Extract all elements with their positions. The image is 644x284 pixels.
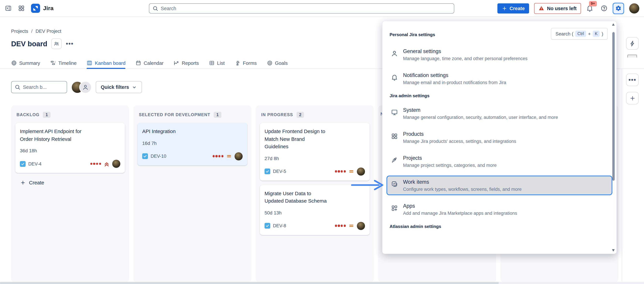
apps-icon bbox=[391, 205, 398, 212]
priority-medium-icon bbox=[348, 168, 354, 175]
assignee-filter-avatars bbox=[72, 82, 91, 93]
task-type-icon bbox=[264, 223, 270, 229]
gear-icon bbox=[615, 5, 622, 12]
tab-summary[interactable]: Summary bbox=[11, 57, 40, 69]
card-key: DEV-10 bbox=[151, 154, 166, 159]
automation-button[interactable] bbox=[626, 37, 638, 50]
card-title: Migrate User Data to Updated Database Sc… bbox=[264, 190, 365, 205]
jira-brand[interactable]: Jira bbox=[31, 4, 54, 13]
work-items-icon bbox=[391, 181, 398, 188]
quick-filters-button[interactable]: Quick filters bbox=[96, 81, 142, 93]
sidebar-toggle-icon bbox=[5, 5, 12, 12]
card-title: Update Frontend Design to Match New Bran… bbox=[264, 128, 365, 151]
scroll-up-arrow-icon bbox=[612, 23, 615, 26]
ellipsis-icon: ••• bbox=[628, 77, 636, 83]
tab-reports[interactable]: Reports bbox=[174, 57, 199, 69]
scrollbar-thumb[interactable] bbox=[612, 32, 615, 181]
column-title: SELECTED FOR DEVELOPMENT bbox=[139, 112, 210, 117]
board-members-button[interactable] bbox=[52, 39, 62, 49]
global-search-input[interactable] bbox=[149, 3, 454, 14]
horizontal-scrollbar-thumb[interactable] bbox=[0, 282, 499, 284]
breadcrumb-projects-link[interactable]: Projects bbox=[11, 28, 28, 34]
tab-kanban-board[interactable]: Kanban board bbox=[87, 57, 126, 69]
card-dev-5[interactable]: Update Frontend Design to Match New Bran… bbox=[260, 123, 370, 181]
person-icon bbox=[82, 84, 89, 90]
card-dev-8[interactable]: Migrate User Data to Updated Database Sc… bbox=[260, 185, 370, 235]
menu-item-projects[interactable]: Projects Manage project settings, catego… bbox=[386, 152, 612, 171]
card-title: API Integration bbox=[142, 128, 243, 135]
notifications-badge: 9+ bbox=[589, 1, 597, 6]
reports-icon bbox=[174, 60, 180, 66]
globe-icon bbox=[11, 60, 17, 66]
menu-scrollbar[interactable] bbox=[612, 23, 615, 252]
assignee-avatar bbox=[357, 167, 365, 175]
menu-item-general-settings[interactable]: General settings Manage language, time z… bbox=[386, 45, 612, 65]
breadcrumb-project-link[interactable]: DEV Project bbox=[36, 28, 61, 34]
app-switcher-button[interactable] bbox=[18, 5, 25, 12]
calendar-icon bbox=[136, 60, 141, 66]
column-title: IN PROGRESS bbox=[261, 112, 293, 117]
rocket-icon bbox=[391, 157, 398, 164]
section-jira-admin-settings: Jira admin settings bbox=[390, 93, 614, 98]
priority-highest-icon bbox=[104, 161, 110, 167]
task-type-icon bbox=[264, 169, 270, 174]
keycap-ctrl: Ctrl bbox=[576, 31, 586, 37]
tab-calendar[interactable]: Calendar bbox=[136, 57, 164, 69]
card-estimate: 50d 13h bbox=[264, 210, 365, 215]
jira-logo-icon bbox=[31, 4, 40, 13]
horizontal-scrollbar[interactable] bbox=[0, 282, 644, 284]
menu-item-products[interactable]: Products Manage Jira products' access, s… bbox=[386, 128, 612, 147]
timeline-icon bbox=[50, 60, 56, 66]
task-type-icon bbox=[142, 153, 148, 159]
app-name: Jira bbox=[43, 5, 54, 12]
board-search bbox=[11, 81, 67, 93]
card-dev-4[interactable]: Implement API Endpoint for Order History… bbox=[15, 123, 125, 173]
monitor-icon bbox=[391, 109, 398, 116]
user-avatar[interactable] bbox=[629, 3, 639, 13]
assignee-avatar bbox=[234, 152, 243, 160]
page-title: DEV board bbox=[11, 40, 47, 48]
sidebar-toggle-button[interactable] bbox=[5, 5, 12, 12]
board-title-row: DEV board ••• bbox=[11, 39, 74, 49]
no-users-left-button[interactable]: No users left bbox=[534, 3, 581, 14]
settings-search-button[interactable]: Search ( Ctrl + K ) bbox=[551, 28, 608, 40]
card-estimate: 27d 8h bbox=[264, 156, 365, 161]
create-button[interactable]: Create bbox=[498, 3, 529, 13]
notifications: 9+ bbox=[586, 5, 594, 12]
settings-dropdown-menu: Personal Jira settings Search ( Ctrl + K… bbox=[382, 21, 617, 254]
add-column-button[interactable] bbox=[626, 92, 638, 104]
board-options-button[interactable]: ••• bbox=[626, 74, 638, 86]
breadcrumb: Projects / DEV Project bbox=[11, 28, 61, 34]
plus-icon bbox=[502, 6, 507, 11]
card-dev-10[interactable]: API Integration 16d 7h DEV-10 bbox=[138, 123, 247, 165]
unassigned-avatar[interactable] bbox=[80, 82, 91, 93]
story-dots-icon bbox=[335, 225, 346, 227]
tab-list[interactable]: List bbox=[209, 57, 224, 69]
scroll-down-arrow-icon bbox=[612, 249, 615, 252]
column-create-button[interactable]: Create bbox=[15, 177, 125, 188]
help-button[interactable] bbox=[600, 5, 608, 12]
menu-item-apps[interactable]: Apps Add and manage Jira Marketplace app… bbox=[386, 200, 612, 219]
help-icon bbox=[600, 5, 608, 12]
card-title: Implement API Endpoint for Order History… bbox=[20, 128, 120, 143]
menu-item-system[interactable]: System Manage general configuration, sec… bbox=[386, 104, 612, 123]
assignee-avatar bbox=[357, 222, 365, 230]
pointer-arrow-icon bbox=[350, 180, 386, 190]
forms-icon bbox=[235, 60, 240, 66]
card-estimate: 36d 18h bbox=[20, 148, 120, 153]
board-more-button[interactable]: ••• bbox=[66, 41, 74, 47]
card-key: DEV-4 bbox=[28, 161, 42, 166]
card-estimate: 16d 7h bbox=[142, 140, 243, 146]
assignee-avatar bbox=[112, 160, 120, 168]
menu-item-work-items[interactable]: Work items Configure work types, workflo… bbox=[386, 176, 612, 195]
menu-item-notification-settings[interactable]: Notification settings Manage email and i… bbox=[386, 69, 612, 88]
keycap-k: K bbox=[593, 31, 600, 37]
plus-icon bbox=[629, 95, 636, 101]
tab-goals[interactable]: Goals bbox=[267, 57, 288, 69]
goals-icon bbox=[267, 60, 272, 66]
right-rail: ••• bbox=[622, 17, 644, 284]
story-dots-icon bbox=[90, 163, 101, 165]
tab-timeline[interactable]: Timeline bbox=[50, 57, 77, 69]
settings-button[interactable] bbox=[613, 3, 624, 14]
tab-forms[interactable]: Forms bbox=[235, 57, 256, 69]
